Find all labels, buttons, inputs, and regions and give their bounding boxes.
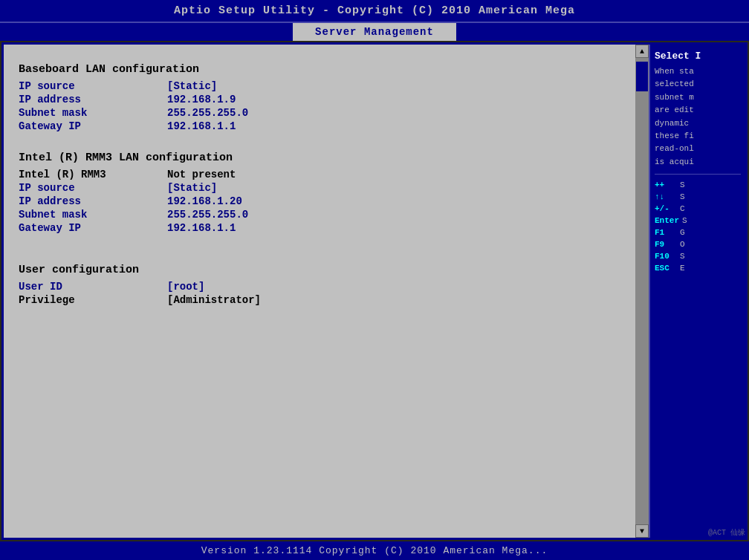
- key-arrows: ↑↓: [655, 192, 677, 201]
- label-ip-address-1: IP address: [19, 94, 167, 105]
- help-key-f10: F10 S: [655, 252, 741, 261]
- key-f1: F1: [655, 228, 677, 237]
- label-rmm3: Intel (R) RMM3: [19, 169, 167, 180]
- help-line-2: selected: [655, 79, 741, 90]
- user-id: User ID [root]: [19, 281, 620, 293]
- help-key-f1: F1 G: [655, 228, 741, 237]
- desc-plusplus: S: [680, 180, 685, 189]
- help-line-3: subnet m: [655, 92, 741, 103]
- label-user-id: User ID: [19, 281, 167, 293]
- scroll-track[interactable]: [635, 58, 649, 524]
- label-subnet-1: Subnet mask: [19, 107, 167, 119]
- label-ip-address-2: IP address: [19, 195, 167, 207]
- label-gateway-1: Gateway IP: [19, 120, 167, 132]
- rmm3-gateway: Gateway IP 192.168.1.1: [19, 222, 620, 234]
- baseboard-gateway: Gateway IP 192.168.1.1: [19, 120, 620, 132]
- help-key-esc: ESC E: [655, 264, 741, 273]
- label-ip-source-1: IP source: [19, 80, 167, 92]
- help-key-enter: Enter S: [655, 216, 741, 225]
- value-ip-source-2[interactable]: [Static]: [167, 182, 217, 194]
- scrollbar: ▲ ▼: [635, 45, 649, 538]
- baseboard-section-title: Baseboard LAN configuration: [19, 63, 620, 76]
- key-enter: Enter: [655, 216, 679, 225]
- label-privilege: Privilege: [19, 294, 167, 306]
- desc-f9: O: [680, 240, 685, 249]
- desc-f10: S: [680, 252, 685, 261]
- help-line-1: When sta: [655, 66, 741, 77]
- baseboard-ip-address: IP address 192.168.1.9: [19, 94, 620, 105]
- help-divider: [655, 174, 741, 175]
- value-subnet-1[interactable]: 255.255.255.0: [167, 107, 248, 119]
- rmm3-subnet-mask: Subnet mask 255.255.255.0: [19, 209, 620, 221]
- title-text: Aptio Setup Utility - Copyright (C) 2010…: [174, 4, 575, 17]
- label-subnet-2: Subnet mask: [19, 209, 167, 221]
- value-gateway-1[interactable]: 192.168.1.1: [167, 120, 236, 132]
- main-area: Baseboard LAN configuration IP source [S…: [1, 42, 748, 540]
- baseboard-ip-source: IP source [Static]: [19, 80, 620, 92]
- rmm3-section-title: Intel (R) RMM3 LAN configuration: [19, 152, 620, 164]
- help-title: Select I: [655, 51, 741, 62]
- help-line-5: dynamic: [655, 118, 741, 129]
- help-line-8: is acqui: [655, 157, 741, 168]
- key-plusminus: +/-: [655, 204, 677, 213]
- value-gateway-2[interactable]: 192.168.1.1: [167, 222, 236, 234]
- help-key-arrows: ↑↓ S: [655, 192, 741, 201]
- value-ip-address-1[interactable]: 192.168.1.9: [167, 94, 236, 105]
- watermark: @ACT 仙缘: [708, 527, 745, 538]
- label-ip-source-2: IP source: [19, 182, 167, 194]
- help-line-6: these fi: [655, 131, 741, 142]
- help-line-7: read-onl: [655, 143, 741, 154]
- rmm3-ip-source: IP source [Static]: [19, 182, 620, 194]
- help-key-plusminus: +/- C: [655, 204, 741, 213]
- content-panel: Baseboard LAN configuration IP source [S…: [4, 45, 635, 538]
- help-key-plusplus: ++ S: [655, 180, 741, 189]
- desc-arrows: S: [680, 192, 685, 201]
- rmm3-ip-address: IP address 192.168.1.20: [19, 195, 620, 207]
- tab-bar: Server Management: [0, 23, 749, 41]
- rmm3-status: Intel (R) RMM3 Not present: [19, 169, 620, 180]
- key-plusplus: ++: [655, 180, 677, 189]
- user-section-title: User configuration: [19, 264, 620, 276]
- scroll-up-button[interactable]: ▲: [635, 45, 649, 58]
- value-subnet-2[interactable]: 255.255.255.0: [167, 209, 248, 221]
- desc-esc: E: [680, 264, 685, 273]
- footer-bar: Version 1.23.1114 Copyright (C) 2010 Ame…: [0, 541, 749, 560]
- value-privilege: [Administrator]: [167, 294, 261, 306]
- scroll-thumb: [636, 62, 648, 91]
- key-f10: F10: [655, 252, 677, 261]
- desc-enter: S: [682, 216, 687, 225]
- desc-f1: G: [680, 228, 685, 237]
- title-bar: Aptio Setup Utility - Copyright (C) 2010…: [0, 0, 749, 23]
- key-esc: ESC: [655, 264, 677, 273]
- scroll-down-button[interactable]: ▼: [635, 524, 649, 538]
- tab-server-management[interactable]: Server Management: [293, 23, 456, 41]
- value-ip-address-2[interactable]: 192.168.1.20: [167, 195, 242, 207]
- help-panel: Select I When sta selected subnet m are …: [649, 45, 745, 538]
- value-rmm3: Not present: [167, 169, 236, 180]
- label-gateway-2: Gateway IP: [19, 222, 167, 234]
- help-line-4: are edit: [655, 105, 741, 116]
- baseboard-subnet-mask: Subnet mask 255.255.255.0: [19, 107, 620, 119]
- bios-screen: Aptio Setup Utility - Copyright (C) 2010…: [0, 0, 749, 560]
- footer-text: Version 1.23.1114 Copyright (C) 2010 Ame…: [201, 545, 548, 556]
- key-f9: F9: [655, 240, 677, 249]
- desc-plusminus: C: [680, 204, 685, 213]
- user-privilege: Privilege [Administrator]: [19, 294, 620, 306]
- value-ip-source-1[interactable]: [Static]: [167, 80, 217, 92]
- help-key-f9: F9 O: [655, 240, 741, 249]
- value-user-id[interactable]: [root]: [167, 281, 204, 293]
